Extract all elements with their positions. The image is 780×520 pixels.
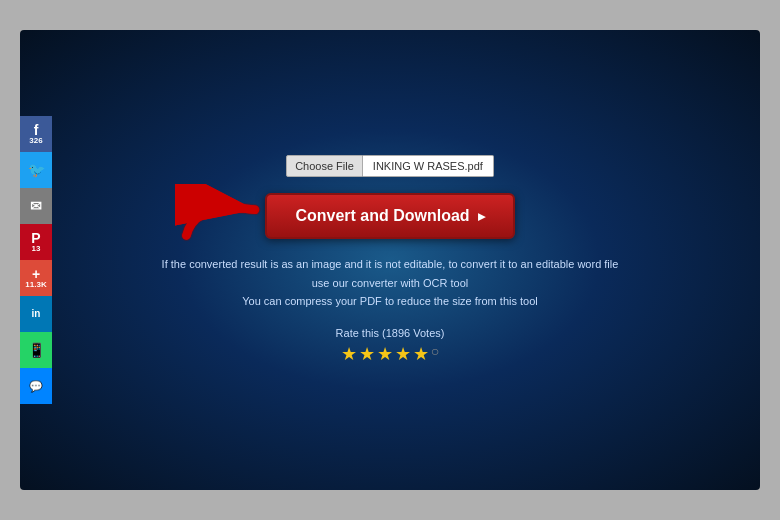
sidebar-item-whatsapp[interactable]: 📱: [20, 332, 52, 368]
rating-section: Rate this (1896 Votes) ★ ★ ★ ★ ★ ○: [336, 327, 445, 365]
convert-wrapper: Convert and Download ▸: [265, 193, 514, 239]
star-4[interactable]: ★: [395, 343, 411, 365]
convert-download-label: Convert and Download: [295, 207, 469, 225]
social-sidebar: f 326 🐦 ✉ P 13 + 11.3K in 📱 💬: [20, 116, 52, 404]
email-icon: ✉: [30, 199, 42, 213]
messenger-icon: 💬: [29, 381, 43, 392]
googleplus-icon: +: [32, 267, 40, 281]
sidebar-item-facebook[interactable]: f 326: [20, 116, 52, 152]
info-line2: You can compress your PDF to reduce the …: [160, 292, 620, 311]
info-text-block: If the converted result is as an image a…: [160, 255, 620, 311]
star-5[interactable]: ★: [413, 343, 429, 365]
facebook-icon: f: [34, 123, 39, 137]
file-input-row: Choose File INKING W RASES.pdf: [286, 155, 494, 177]
googleplus-count: 11.3K: [25, 281, 46, 289]
sidebar-item-linkedin[interactable]: in: [20, 296, 52, 332]
pinterest-count: 13: [32, 245, 41, 253]
star-1[interactable]: ★: [341, 343, 357, 365]
facebook-count: 326: [29, 137, 42, 145]
rate-label: Rate this (1896 Votes): [336, 327, 445, 339]
main-frame: f 326 🐦 ✉ P 13 + 11.3K in 📱 💬 Choos: [20, 30, 760, 490]
star-6: ○: [431, 343, 439, 365]
star-3[interactable]: ★: [377, 343, 393, 365]
star-2[interactable]: ★: [359, 343, 375, 365]
pinterest-icon: P: [31, 231, 40, 245]
red-arrow-icon: [175, 184, 275, 244]
star-rating[interactable]: ★ ★ ★ ★ ★ ○: [341, 343, 439, 365]
button-arrow-icon: ▸: [478, 208, 485, 224]
sidebar-item-email[interactable]: ✉: [20, 188, 52, 224]
sidebar-item-pinterest[interactable]: P 13: [20, 224, 52, 260]
sidebar-item-twitter[interactable]: 🐦: [20, 152, 52, 188]
info-line1: If the converted result is as an image a…: [160, 255, 620, 292]
arrow-container: [175, 184, 275, 248]
sidebar-item-messenger[interactable]: 💬: [20, 368, 52, 404]
choose-file-button[interactable]: Choose File: [286, 155, 363, 177]
sidebar-item-googleplus[interactable]: + 11.3K: [20, 260, 52, 296]
twitter-icon: 🐦: [28, 163, 45, 177]
linkedin-icon: in: [32, 309, 41, 319]
file-name-display: INKING W RASES.pdf: [363, 155, 494, 177]
whatsapp-icon: 📱: [28, 343, 45, 357]
convert-download-button[interactable]: Convert and Download ▸: [265, 193, 514, 239]
main-content: Choose File INKING W RASES.pdf: [160, 155, 620, 365]
